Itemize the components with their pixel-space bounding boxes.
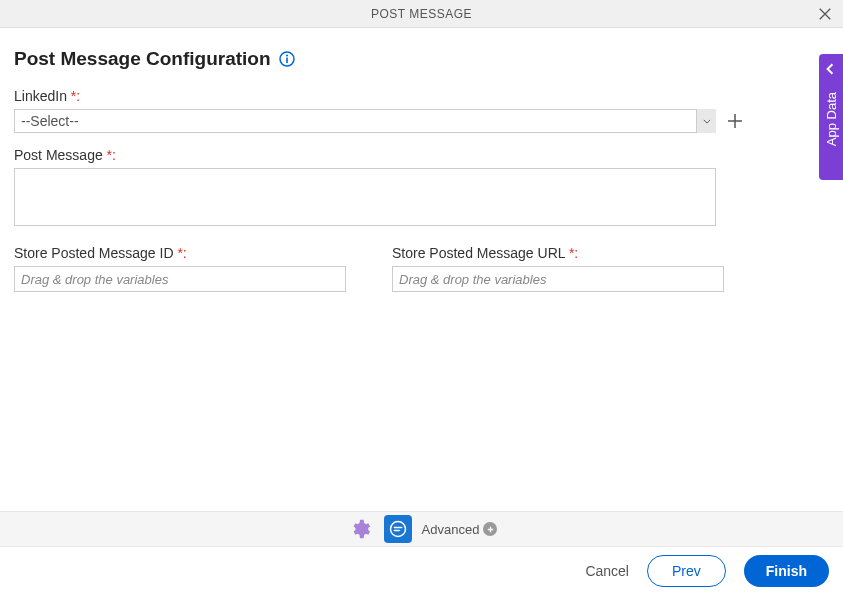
store-fields-row: Store Posted Message ID *: Store Posted … [14, 245, 829, 292]
prev-button[interactable]: Prev [647, 555, 726, 587]
post-message-field: Post Message *: [14, 147, 829, 245]
store-url-field: Store Posted Message URL *: [392, 245, 724, 292]
finish-button[interactable]: Finish [744, 555, 829, 587]
store-id-label: Store Posted Message ID *: [14, 245, 346, 261]
svg-point-1 [286, 55, 288, 57]
app-data-label: App Data [824, 92, 839, 146]
chat-icon[interactable] [384, 515, 412, 543]
svg-point-3 [390, 522, 405, 537]
gear-icon[interactable] [346, 515, 374, 543]
linkedin-label: LinkedIn *: [14, 88, 829, 104]
info-icon[interactable] [279, 51, 295, 67]
config-content: Post Message Configuration LinkedIn *: -… [0, 28, 843, 292]
footer-actions: Cancel Prev Finish [0, 547, 843, 594]
store-url-input[interactable] [392, 266, 724, 292]
advanced-toggle[interactable]: Advanced [422, 522, 498, 537]
add-linkedin-icon[interactable] [726, 112, 744, 130]
linkedin-field: LinkedIn *: --Select-- [14, 88, 829, 133]
store-url-label: Store Posted Message URL *: [392, 245, 724, 261]
modal-title: POST MESSAGE [371, 7, 472, 21]
store-id-input[interactable] [14, 266, 346, 292]
post-message-input[interactable] [14, 168, 716, 226]
linkedin-select-value[interactable]: --Select-- [14, 109, 716, 133]
modal-header: POST MESSAGE [0, 0, 843, 28]
post-message-label: Post Message *: [14, 147, 829, 163]
chevron-left-icon [824, 62, 838, 76]
bottom-toolbar: Advanced [0, 511, 843, 547]
app-data-tab[interactable]: App Data [819, 54, 843, 180]
config-title-row: Post Message Configuration [14, 48, 829, 70]
page-title: Post Message Configuration [14, 48, 271, 70]
close-icon[interactable] [817, 6, 833, 22]
advanced-label: Advanced [422, 522, 480, 537]
linkedin-select[interactable]: --Select-- [14, 109, 716, 133]
cancel-button[interactable]: Cancel [585, 563, 629, 579]
plus-circle-icon [483, 522, 497, 536]
svg-rect-2 [286, 58, 288, 64]
store-id-field: Store Posted Message ID *: [14, 245, 346, 292]
